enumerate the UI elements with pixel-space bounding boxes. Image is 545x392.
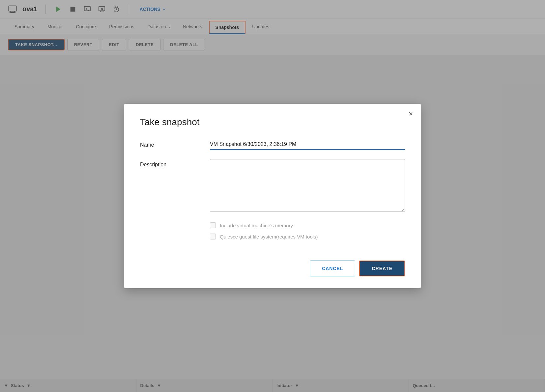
memory-checkbox-label: Include virtual machine's memory [220,223,293,228]
name-input[interactable] [210,139,405,150]
description-textarea[interactable] [210,159,405,212]
memory-checkbox-row: Include virtual machine's memory [210,222,405,228]
description-field-container [210,159,405,213]
name-label: Name [140,139,199,148]
name-field-container [210,139,405,150]
description-form-row: Description [140,159,405,213]
description-label: Description [140,159,199,168]
modal-title: Take snapshot [140,117,405,127]
create-button[interactable]: CREATE [359,261,405,276]
modal-footer: CANCEL CREATE [140,255,405,276]
quiesce-checkbox-row: Quiesce guest file system(requires VM to… [210,234,405,239]
memory-checkbox[interactable] [210,222,216,228]
quiesce-checkbox[interactable] [210,234,216,239]
quiesce-checkbox-label: Quiesce guest file system(requires VM to… [220,234,318,239]
modal-backdrop: Take snapshot × Name Description Include… [0,0,545,392]
cancel-button[interactable]: CANCEL [310,261,355,276]
close-button[interactable]: × [409,110,413,118]
take-snapshot-dialog: Take snapshot × Name Description Include… [124,104,421,288]
name-form-row: Name [140,139,405,150]
